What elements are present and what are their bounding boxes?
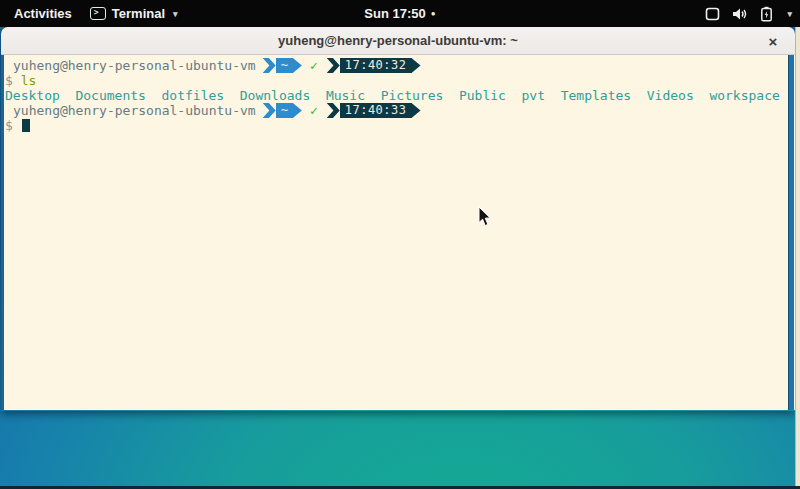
ls-output-line: DesktopDocumentsdotfilesDownloadsMusicPi… (5, 88, 795, 103)
system-menu-chevron-icon: ▾ (787, 9, 792, 19)
window-titlebar[interactable]: yuheng@henry-personal-ubuntu-vm: ~ × (1, 27, 795, 55)
directory-entry: Downloads (240, 88, 310, 103)
battery-charging-icon (760, 6, 773, 22)
command-line: $ ls (5, 73, 795, 88)
prompt-host: yuheng@henry-personal-ubuntu-vm (13, 103, 256, 118)
status-check-icon: ✓ (310, 103, 318, 118)
prompt-host: yuheng@henry-personal-ubuntu-vm (13, 58, 256, 73)
powerline-tail-icon (412, 58, 421, 73)
cwd-label: ~ (276, 103, 293, 118)
close-icon[interactable]: × (763, 31, 783, 51)
directory-entry: Templates (561, 88, 631, 103)
powerline-time-segment: 17:40:33 (327, 103, 421, 118)
app-menu-terminal[interactable]: > Terminal ▾ (90, 6, 178, 21)
terminal-scrollbar[interactable] (788, 55, 794, 410)
input-line[interactable]: $ (5, 118, 795, 133)
chevron-down-icon: ▾ (173, 9, 178, 19)
terminal-icon: > (90, 7, 106, 20)
powerline-chevron-icon (327, 103, 340, 118)
prompt-line-2: yuheng@henry-personal-ubuntu-vm ~ ✓ 17:4… (5, 103, 795, 118)
terminal-content[interactable]: yuheng@henry-personal-ubuntu-vm ~ ✓ 17:4… (1, 55, 795, 410)
directory-entry: Documents (75, 88, 145, 103)
terminal-window: yuheng@henry-personal-ubuntu-vm: ~ × yuh… (1, 27, 795, 411)
system-status-area[interactable]: ▾ (705, 0, 792, 27)
directory-entry: Public (459, 88, 506, 103)
text-cursor (22, 119, 30, 132)
powerline-chevron-icon (327, 58, 340, 73)
directory-entry: workspace (709, 88, 779, 103)
powerline-chevron-icon (263, 103, 276, 118)
powerline-cwd-segment: ~ (263, 58, 302, 73)
volume-icon (732, 7, 748, 21)
powerline-cwd-segment: ~ (263, 103, 302, 118)
prompt-symbol: $ (5, 73, 13, 88)
desktop: Activities > Terminal ▾ Sun 17:50 ● (0, 0, 800, 489)
directory-entry: dotfiles (162, 88, 225, 103)
screen-icon (705, 7, 720, 21)
powerline-tail-icon (412, 103, 421, 118)
directory-entry: Videos (647, 88, 694, 103)
top-bar: Activities > Terminal ▾ Sun 17:50 ● (0, 0, 800, 27)
background-window-edge (795, 27, 800, 489)
window-left-border (1, 55, 4, 410)
powerline-chevron-icon (263, 58, 276, 73)
notification-dot: ● (431, 9, 436, 18)
directory-entry: Pictures (381, 88, 444, 103)
command-text: ls (21, 73, 37, 88)
timestamp: 17:40:33 (340, 103, 412, 118)
prompt-line-1: yuheng@henry-personal-ubuntu-vm ~ ✓ 17:4… (5, 58, 795, 73)
clock-label: Sun 17:50 (364, 6, 425, 21)
powerline-tail-icon (293, 58, 302, 73)
directory-entry: pvt (522, 88, 545, 103)
timestamp: 17:40:32 (340, 58, 412, 73)
directory-entry: Desktop (5, 88, 60, 103)
directory-entry: Music (326, 88, 365, 103)
app-menu-label: Terminal (112, 6, 165, 21)
cwd-label: ~ (276, 58, 293, 73)
powerline-tail-icon (293, 103, 302, 118)
powerline-time-segment: 17:40:32 (327, 58, 421, 73)
status-check-icon: ✓ (310, 58, 318, 73)
window-title: yuheng@henry-personal-ubuntu-vm: ~ (278, 33, 518, 48)
activities-button[interactable]: Activities (10, 3, 76, 24)
prompt-symbol: $ (5, 118, 13, 133)
